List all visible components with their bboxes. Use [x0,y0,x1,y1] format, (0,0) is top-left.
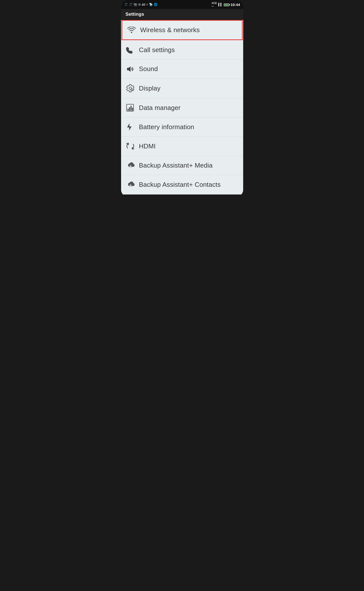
page-title: Settings [126,11,144,17]
settings-item-battery-information[interactable]: Battery information [121,117,243,137]
data-manager-icon [126,104,134,112]
battery-information-label: Battery information [139,123,194,131]
battery-info-icon-container [126,123,139,131]
settings-item-hdmi[interactable]: HDMI [121,137,243,156]
svg-rect-7 [129,107,130,111]
call-settings-label: Call settings [139,46,175,54]
backup-assistant-media-label: Backup Assistant+ Media [139,162,213,169]
sound-icon [126,66,135,73]
signal-icon: 📡 [149,3,153,6]
settings-item-wireless-networks[interactable]: Wireless & networks [122,20,243,40]
svg-text:$: $ [131,89,132,91]
signal-bars-icon: ▌▌ [218,3,222,6]
status-icons-left: 🎵 🎵 📷 ⊞ 40 ≡ 📡 🌐 [124,3,157,6]
phone-icon [126,47,133,54]
display-icon-container: $ [126,84,139,93]
phone-container: 🎵 🎵 📷 ⊞ 40 ≡ 📡 🌐 4GE++ ▌▌ 10:44 Settings [121,0,243,197]
hdmi-label: HDMI [139,142,156,150]
network-40-icon: 40 [142,3,145,6]
display-label: Display [139,85,161,92]
backup-assistant-contacts-label: Backup Assistant+ Contacts [139,181,221,189]
sync-icon [126,142,135,150]
status-bar: 🎵 🎵 📷 ⊞ 40 ≡ 📡 🌐 4GE++ ▌▌ 10:44 [121,0,243,9]
user-icon: 🌐 [154,3,157,6]
battery-fill [224,4,228,5]
sound-label: Sound [139,65,158,73]
notification-icon-3: 📷 [134,3,137,6]
svg-rect-9 [132,108,133,111]
data-manager-label: Data manager [139,104,181,112]
settings-item-backup-assistant-contacts[interactable]: Backup Assistant+ Contacts [121,175,243,194]
cloud-arrow-media-icon [126,161,135,169]
wireless-networks-label: Wireless & networks [140,26,200,34]
settings-item-call-settings[interactable]: Call settings [121,41,243,60]
svg-rect-6 [128,109,129,111]
settings-item-sound[interactable]: Sound [121,60,243,79]
settings-item-display[interactable]: $ Display [121,79,243,98]
wifi-icon-container [127,27,140,34]
battery-container [224,3,229,6]
time-display: 10:44 [230,2,240,7]
notification-icon-5: ≡ [146,3,148,6]
cloud-arrow-contacts-icon [126,181,135,189]
svg-marker-1 [127,66,131,72]
notification-icon-2: 🎵 [129,3,133,6]
wifi-icon [127,27,136,34]
settings-list: Wireless & networks Call settings Sound [121,20,243,195]
settings-item-backup-assistant-media[interactable]: Backup Assistant+ Media [121,156,243,175]
hdmi-icon-container [126,142,139,150]
notification-icon-4: ⊞ [138,3,141,6]
gear-icon: $ [126,84,135,93]
svg-marker-10 [127,123,132,131]
status-icons-right: 4GE++ ▌▌ 10:44 [212,1,240,7]
settings-item-data-manager[interactable]: Data manager [121,98,243,117]
data-manager-icon-container [126,104,139,112]
battery-icon [224,3,229,6]
backup-media-icon-container [126,161,139,169]
sound-icon-container [126,66,139,73]
network-type-label: 4GE++ [212,1,217,7]
app-header: Settings [121,9,243,19]
svg-rect-8 [131,106,132,111]
phone-icon-container [126,47,139,54]
battery-bolt-icon [126,123,133,131]
notification-icon-1: 🎵 [124,3,128,6]
svg-point-0 [131,32,132,33]
backup-contacts-icon-container [126,181,139,189]
